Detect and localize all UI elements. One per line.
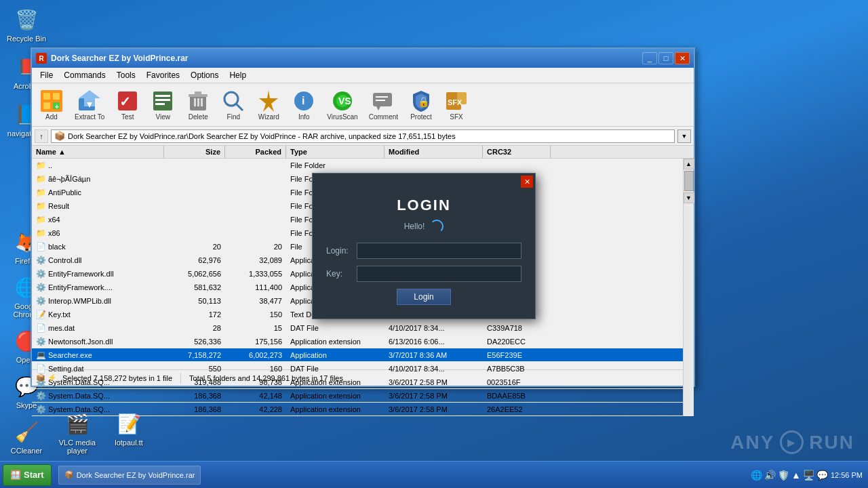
file-icon: 📄 <box>36 242 46 251</box>
window-controls: _ □ ✕ <box>642 52 690 64</box>
file-packed-cell <box>225 205 286 207</box>
dialog-hello-text: Hello! <box>404 222 425 231</box>
address-display: 📦 Dork Searcher EZ by VoidPrince.rar\Dor… <box>51 129 675 143</box>
file-name-cell: ⚙️Interop.WMPLib.dll <box>32 296 164 306</box>
start-icon: 🪟 <box>10 470 21 480</box>
dialog-close-button[interactable]: ✕ <box>521 176 533 188</box>
file-row[interactable]: 📄mes.dat 28 15 DAT File 4/10/2017 8:34..… <box>32 321 683 335</box>
file-packed-cell <box>225 232 286 234</box>
minimize-button[interactable]: _ <box>642 52 657 64</box>
file-type-cell: DAT File <box>286 323 384 333</box>
file-crc32-cell: A7BB5C3B <box>483 364 551 373</box>
file-crc32-cell <box>483 165 551 166</box>
delete-icon <box>186 89 210 113</box>
file-size-cell: 526,336 <box>164 337 225 346</box>
address-bar: ↑ 📦 Dork Searcher EZ by VoidPrince.rar\D… <box>32 127 694 146</box>
anyrun-watermark: ANY ▶ RUN <box>730 430 854 454</box>
desktop-icon-recycle-bin[interactable]: 🗑️ Recycle Bin <box>3 3 50 45</box>
close-button[interactable]: ✕ <box>675 52 690 64</box>
file-row[interactable]: ⚙️System.Data.SQ... 186,368 42,228 Appli… <box>32 403 683 416</box>
menu-options[interactable]: Options <box>185 69 224 81</box>
vertical-scrollbar[interactable]: ▲ ▼ <box>683 159 694 416</box>
login-button[interactable]: Login <box>397 289 450 305</box>
toolbar-view[interactable]: View <box>146 86 180 123</box>
maximize-button[interactable]: □ <box>658 52 673 64</box>
file-name-cell: ⚙️EntityFramework.... <box>32 282 164 293</box>
svg-rect-17 <box>195 92 201 95</box>
taskbar-item-0[interactable]: 📦 Dork Searcher EZ by VoidPrince.rar <box>58 466 201 485</box>
file-row[interactable]: ⚙️Newtonsoft.Json.dll 526,336 175,156 Ap… <box>32 335 683 348</box>
toolbar-find[interactable]: Find <box>216 86 250 123</box>
file-icon: 📁 <box>36 174 46 184</box>
toolbar-extract-to[interactable]: Extract To <box>70 86 109 123</box>
login-dialog[interactable]: ✕ LOGIN Hello! Login: Key: Login <box>312 173 536 319</box>
login-field-group: Login: <box>326 243 521 259</box>
status-icon-group: 📦 ⚡ <box>36 373 57 382</box>
scroll-thumb[interactable] <box>684 171 694 191</box>
find-label: Find <box>227 113 240 121</box>
file-name-cell: ⚙️Control.dll <box>32 255 164 266</box>
tray-security-icon[interactable]: 🛡️ <box>778 470 789 481</box>
file-icon: 📁 <box>36 201 46 211</box>
file-packed-cell <box>225 178 286 180</box>
toolbar-delete[interactable]: Delete <box>181 86 215 123</box>
nav-back-button[interactable]: ↑ <box>35 129 48 143</box>
menu-file[interactable]: File <box>35 69 58 81</box>
file-size-cell <box>164 232 225 234</box>
toolbar-protect[interactable]: 🔒 Protect <box>404 86 438 123</box>
menu-tools[interactable]: Tools <box>111 69 141 81</box>
tray-msg-icon[interactable]: 💬 <box>816 470 828 481</box>
toolbar-wizard[interactable]: Wizard <box>252 86 285 123</box>
menu-favorites[interactable]: Favorites <box>141 69 185 81</box>
watermark-text-run: RUN <box>809 432 854 453</box>
tray-display-icon[interactable]: 🖥️ <box>803 470 814 481</box>
col-header-size[interactable]: Size <box>164 146 225 158</box>
file-row[interactable]: ⚙️System.Data.SQ... 186,368 42,148 Appli… <box>32 389 683 403</box>
col-header-modified[interactable]: Modified <box>384 146 483 158</box>
toolbar-info[interactable]: i Info <box>287 86 321 123</box>
col-header-packed[interactable]: Packed <box>225 146 286 158</box>
menu-commands[interactable]: Commands <box>58 69 111 81</box>
file-icon: 📁 <box>36 215 46 224</box>
toolbar-comment[interactable]: Comment <box>364 86 403 123</box>
file-icon: 💻 <box>36 350 46 360</box>
col-header-name[interactable]: Name ▲ <box>32 146 164 158</box>
toolbar-sfx[interactable]: SFX SFX <box>439 86 473 123</box>
toolbar-add[interactable]: + Add <box>35 86 68 123</box>
winrar-titlebar: R Dork Searcher EZ by VoidPrince.rar _ □… <box>32 49 694 68</box>
scroll-up-arrow[interactable]: ▲ <box>684 159 694 169</box>
tray-network-icon[interactable]: 🌐 <box>751 470 762 481</box>
file-modified-cell: 3/6/2017 2:58 PM <box>384 405 483 414</box>
login-field-label: Login: <box>326 246 357 256</box>
key-input[interactable] <box>357 266 521 282</box>
col-header-crc32[interactable]: CRC32 <box>483 146 551 158</box>
file-icon: ⚙️ <box>36 405 46 414</box>
tray-arrow-icon[interactable]: ▲ <box>791 470 801 481</box>
watermark-play-icon: ▶ <box>780 430 804 454</box>
file-size-cell: 62,976 <box>164 256 225 265</box>
svg-rect-12 <box>155 95 170 97</box>
file-row[interactable]: 💻Searcher.exe 7,158,272 6,002,273 Applic… <box>32 348 683 362</box>
file-icon: ⚙️ <box>36 283 46 292</box>
svg-rect-20 <box>201 98 203 106</box>
toolbar-test[interactable]: ✓ Test <box>111 86 144 123</box>
file-size-cell <box>164 205 225 207</box>
toolbar-virusscan[interactable]: VS VirusScan <box>322 86 362 123</box>
file-packed-cell: 1,333,055 <box>225 269 286 279</box>
taskbar-items: 📦 Dork Searcher EZ by VoidPrince.rar <box>56 466 744 485</box>
start-button[interactable]: 🪟 Start <box>3 464 52 486</box>
col-header-type[interactable]: Type <box>286 146 384 158</box>
login-input[interactable] <box>357 243 521 259</box>
file-name-cell: ⚙️EntityFramework.dll <box>32 268 164 279</box>
scroll-down-arrow[interactable]: ▼ <box>684 192 694 203</box>
tray-volume-icon[interactable]: 🔊 <box>764 470 776 481</box>
comment-icon <box>371 89 395 113</box>
address-dropdown-button[interactable]: ▼ <box>677 129 691 143</box>
file-row[interactable]: 📁.. File Folder <box>32 159 683 172</box>
status-icon-2: ⚡ <box>47 373 57 382</box>
file-type-cell: Application extension <box>286 337 384 346</box>
desktop-icon-ccleaner[interactable]: 🧹 CCleaner <box>3 415 50 458</box>
menu-help[interactable]: Help <box>224 69 252 81</box>
sfx-icon: SFX <box>444 89 469 113</box>
file-packed-cell <box>225 165 286 166</box>
